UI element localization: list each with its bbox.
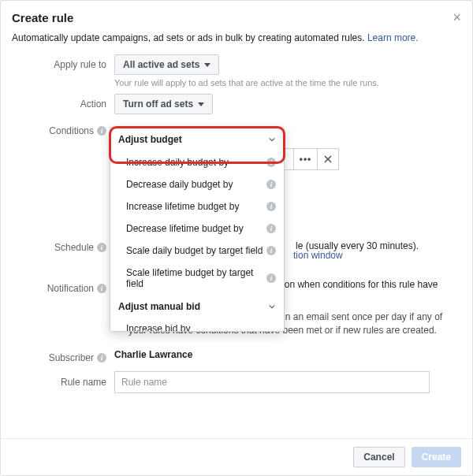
subscriber-label: Subscriber i [12,348,114,363]
info-icon[interactable]: i [97,243,106,252]
dropdown-item-decrease-lifetime-budget[interactable]: Decrease lifetime budget by i [110,218,284,240]
dropdown-item-increase-bid[interactable]: Increase bid by [110,318,284,331]
attribution-window-link-fragment[interactable]: tion window [293,250,343,261]
dropdown-item-increase-lifetime-budget[interactable]: Increase lifetime budget by i [110,195,284,218]
info-icon[interactable]: i [97,284,106,293]
info-icon[interactable]: i [97,126,106,136]
info-icon[interactable]: i [266,180,276,189]
learn-more-link[interactable]: Learn more. [367,32,419,43]
apply-rule-value: All active ad sets [123,59,199,70]
modal-header: Create rule × [12,10,461,29]
info-icon[interactable]: i [266,202,276,211]
modal-description: Automatically update campaigns, ad sets … [12,32,461,43]
info-icon[interactable]: i [266,246,276,255]
chevron-down-icon [268,303,276,311]
schedule-label: Schedule i [12,237,114,253]
action-dropdown[interactable]: Adjust budget Increase daily budget by i… [110,127,285,332]
rule-name-row: Rule name [12,371,461,393]
conditions-label: Conditions i [12,121,114,136]
cancel-button[interactable]: Cancel [353,447,404,467]
condition-remove-button[interactable] [317,148,339,170]
subscriber-name: Charlie Lawrance [114,348,461,360]
action-value: Turn off ad sets [123,99,193,110]
subscriber-row: Subscriber i Charlie Lawrance [12,348,461,363]
info-icon[interactable]: i [266,273,276,283]
action-select[interactable]: Turn off ad sets [114,94,213,114]
info-icon[interactable]: i [266,158,276,167]
dropdown-group-adjust-manual-bid[interactable]: Adjust manual bid [110,295,284,318]
notification-label: Notification i [12,278,114,294]
action-label: Action [12,94,114,110]
description-text: Automatically update campaigns, ad sets … [12,32,367,43]
apply-row: Apply rule to All active ad sets Your ru… [12,54,461,87]
dropdown-item-scale-daily-budget[interactable]: Scale daily budget by target field i [110,240,284,262]
dropdown-item-decrease-daily-budget[interactable]: Decrease daily budget by i [110,173,284,195]
rule-name-label: Rule name [12,371,114,388]
rule-name-input[interactable] [114,371,430,393]
modal-footer: Cancel Create [1,438,472,475]
create-rule-modal: Create rule × Automatically update campa… [0,0,473,476]
chevron-down-icon [268,136,276,143]
dropdown-item-increase-daily-budget[interactable]: Increase daily budget by i [110,151,284,173]
modal-title: Create rule [12,11,73,24]
create-button[interactable]: Create [412,447,461,467]
close-icon[interactable]: × [453,10,461,24]
info-icon[interactable]: i [266,224,276,233]
dropdown-group-adjust-budget[interactable]: Adjust budget [110,128,284,151]
caret-down-icon [204,63,210,67]
condition-more-button[interactable]: ••• [293,148,317,170]
apply-label: Apply rule to [12,54,114,70]
dropdown-item-scale-lifetime-budget[interactable]: Scale lifetime budget by target field i [110,262,284,295]
caret-down-icon [198,102,204,106]
condition-field-controls: ••• [281,148,339,170]
action-row: Action Turn off ad sets [12,94,461,114]
info-icon[interactable]: i [97,353,106,363]
apply-hint: Your rule will apply to ad sets that are… [114,78,461,87]
apply-rule-select[interactable]: All active ad sets [114,54,219,75]
